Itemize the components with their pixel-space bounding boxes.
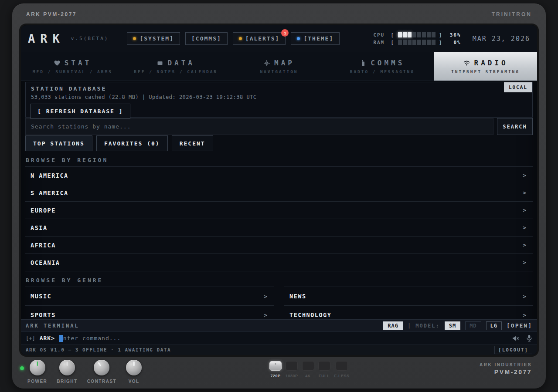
station-database-panel: STATION DATABASE 53,033 stations cached … — [25, 82, 533, 118]
system-button[interactable]: [SYSTEM] — [127, 32, 180, 45]
chevron-right-icon: > — [523, 172, 526, 179]
database-info: 53,033 stations cached (22.8 MB) | Updat… — [31, 94, 527, 100]
browse-genre-title: BROWSE BY GENRE — [26, 277, 533, 284]
maker-line1: ARK INDUSTRIES — [480, 362, 532, 367]
tab-top-stations[interactable]: TOP STATIONS — [25, 135, 92, 151]
ram-meter-row: RAM [ ] 0% — [373, 40, 461, 45]
app-version: v.5(BETA) — [71, 36, 109, 41]
logout-button[interactable]: [LOGOUT] — [494, 346, 532, 354]
chevron-right-icon: > — [523, 224, 526, 231]
region-label: OCEANIA — [31, 259, 60, 266]
terminal-io-icons — [512, 335, 532, 342]
terminal-expand-button[interactable]: [+] — [26, 335, 35, 341]
station-search-input[interactable] — [25, 118, 493, 135]
contrast-knob-group: CONTRAST — [87, 360, 117, 384]
refresh-database-button[interactable]: [ REFRESH DATABASE ] — [31, 104, 130, 119]
tab-comms-label: COMMS — [371, 59, 405, 67]
main-nav: STAT MED / SURVIVAL / ARMS DATA REF / NO… — [21, 52, 537, 81]
terminal-bar: ARK TERMINAL RAG | MODEL: SM MD LG [OPEN… — [21, 319, 537, 331]
region-row-asia[interactable]: ASIA > — [25, 219, 533, 237]
microphone-icon[interactable] — [526, 335, 532, 342]
terminal-open-button[interactable]: [OPEN] — [507, 322, 532, 329]
model-lg-button[interactable]: LG — [486, 321, 502, 330]
alerts-button-label: [ALERTS] — [245, 35, 280, 42]
tab-radio-sub: INTERNET STREAMING — [451, 69, 520, 74]
ram-bracket-open: [ — [391, 40, 395, 45]
res-fless-button[interactable] — [336, 361, 348, 371]
genre-list: MUSIC > SPORTS > NEWS > TECHNOLOGY — [25, 287, 533, 319]
chevron-right-icon: > — [523, 312, 526, 318]
genre-row-news[interactable]: NEWS > — [284, 287, 533, 306]
alerts-status-dot — [239, 37, 242, 40]
speaker-muted-icon[interactable] — [512, 335, 520, 342]
region-label: ASIA — [31, 224, 48, 231]
status-bar: ARK OS V1.0 — 3 OFFLINE · 1 AWAITING DAT… — [21, 345, 537, 355]
region-row-n-america[interactable]: N AMERICA > — [25, 167, 533, 184]
tab-data-label: DATA — [167, 59, 195, 67]
region-row-oceania[interactable]: OCEANIA > — [25, 254, 533, 271]
tab-comms[interactable]: COMMS RADIO / MESSAGING — [330, 52, 434, 81]
tab-stat-label: STAT — [65, 59, 92, 67]
heart-icon — [54, 60, 61, 67]
genre-row-technology[interactable]: TECHNOLOGY > — [284, 306, 533, 319]
tab-map[interactable]: MAP NAVIGATION — [228, 52, 331, 81]
radio-content: STATION DATABASE 53,033 stations cached … — [21, 81, 537, 319]
region-label: N AMERICA — [31, 172, 68, 179]
region-row-africa[interactable]: AFRICA > — [25, 237, 533, 254]
res-720p-button[interactable] — [269, 361, 282, 371]
terminal-command-input[interactable]: Enter command... — [59, 335, 507, 342]
res-1080p-group: 1080P — [286, 361, 298, 378]
tab-favorites[interactable]: FAVORITES (0) — [96, 135, 168, 151]
res-4k-button[interactable] — [302, 361, 314, 371]
region-row-s-america[interactable]: S AMERICA > — [25, 184, 533, 202]
genre-label: MUSIC — [31, 293, 51, 300]
alerts-button[interactable]: [ALERTS] 1 — [233, 32, 286, 45]
res-fless-group: F-LESS — [334, 361, 350, 378]
tab-comms-sub: RADIO / MESSAGING — [350, 69, 415, 74]
header-buttons: [SYSTEM] [COMMS] [ALERTS] 1 [THEME] — [127, 32, 340, 45]
res-720p-label: 720P — [270, 374, 280, 378]
contrast-knob[interactable] — [94, 360, 109, 375]
tab-recent[interactable]: RECENT — [172, 135, 213, 151]
tab-stat[interactable]: STAT MED / SURVIVAL / ARMS — [21, 52, 124, 81]
genre-row-music[interactable]: MUSIC > — [25, 287, 274, 306]
theme-button[interactable]: [THEME] — [291, 32, 340, 45]
bright-knob[interactable] — [59, 360, 75, 375]
model-sm-button[interactable]: SM — [445, 321, 460, 330]
tab-radio[interactable]: RADIO INTERNET STREAMING — [434, 52, 537, 81]
res-fless-label: F-LESS — [334, 374, 350, 378]
res-1080p-label: 1080P — [286, 374, 298, 378]
contrast-knob-label: CONTRAST — [87, 379, 117, 384]
os-status-text: ARK OS V1.0 — 3 OFFLINE · 1 AWAITING DAT… — [26, 347, 171, 353]
screen: ARK v.5(BETA) [SYSTEM] [COMMS] [ALERTS] … — [21, 25, 537, 355]
search-row: SEARCH — [25, 118, 533, 135]
card-icon — [157, 60, 163, 67]
system-button-label: [SYSTEM] — [140, 35, 174, 42]
res-1080p-button[interactable] — [286, 361, 298, 371]
maker-line2: PVM-2077 — [480, 368, 532, 375]
bright-knob-group: BRIGHT — [57, 360, 77, 384]
tab-stat-sub: MED / SURVIVAL / ARMS — [33, 69, 112, 74]
bright-knob-label: BRIGHT — [57, 379, 77, 384]
app-logo: ARK — [28, 32, 65, 45]
tab-radio-label: RADIO — [474, 59, 508, 67]
chevron-right-icon: > — [523, 207, 526, 213]
comms-button[interactable]: [COMMS] — [185, 32, 228, 45]
search-button[interactable]: SEARCH — [497, 118, 533, 135]
res-full-button[interactable] — [318, 361, 330, 371]
region-label: AFRICA — [31, 242, 56, 249]
rag-toggle[interactable]: RAG — [383, 321, 403, 330]
region-row-europe[interactable]: EUROPE > — [25, 202, 533, 219]
ram-meter — [398, 40, 436, 45]
tab-data[interactable]: DATA REF / NOTES / CALENDAR — [124, 52, 228, 81]
region-label: S AMERICA — [31, 189, 68, 196]
region-label: EUROPE — [31, 207, 56, 214]
vol-knob[interactable] — [126, 360, 142, 375]
genre-row-sports[interactable]: SPORTS > — [25, 306, 274, 319]
model-md-button[interactable]: MD — [465, 321, 481, 330]
region-list: N AMERICA > S AMERICA > EUROPE > ASIA > … — [25, 166, 533, 271]
comms-button-label: [COMMS] — [191, 35, 221, 42]
theme-button-label: [THEME] — [303, 35, 333, 42]
chevron-right-icon: > — [523, 293, 526, 300]
power-knob[interactable] — [30, 360, 45, 375]
